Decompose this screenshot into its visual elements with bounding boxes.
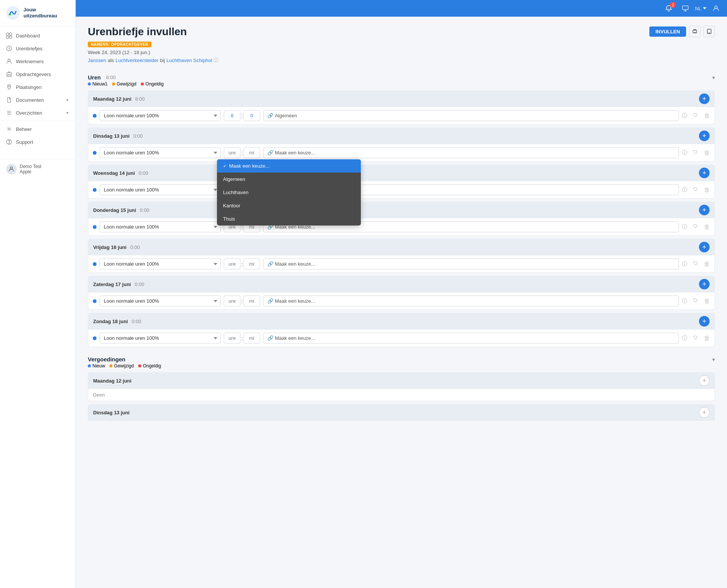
print-button[interactable] [689,26,700,37]
info-button-zondag[interactable]: ⓘ [682,335,687,342]
loon-select-zondag[interactable]: Loon normale uren 100% [100,333,221,344]
dropdown-item-2[interactable]: Luchthaven [217,186,361,199]
info-button-maandag[interactable]: ⓘ [682,112,687,119]
delete-button-maandag[interactable]: 🗑 [704,112,710,119]
location-select-zondag[interactable]: 🔗 Maak een keuze... [263,333,679,344]
day-row-donderdag: Loon normale uren 100% : 🔗 Maak een keuz… [88,218,715,236]
hours-input-maandag[interactable] [224,110,240,121]
help-icon [6,139,12,145]
reset-icon-3 [693,187,698,192]
add-entry-vrijdag[interactable]: + [699,242,710,252]
status-dot-woensdag [93,188,97,192]
employee-link[interactable]: Janssen [88,58,106,63]
sidebar-item-overzichten[interactable]: Overzichten ▼ [0,106,75,119]
reset-button-zondag[interactable] [690,333,701,344]
dropdown-item-4[interactable]: Thuis [217,212,361,226]
loon-select-vrijdag[interactable]: Loon normale uren 100% [100,258,221,269]
loon-select-zaterdag[interactable]: Loon normale uren 100% [100,296,221,306]
hours-input-dinsdag[interactable] [224,147,240,158]
notification-group[interactable]: 2 [665,5,676,12]
info-button-zaterdag[interactable]: ⓘ [682,298,687,305]
info-button-dinsdag[interactable]: ⓘ [682,149,687,156]
svg-point-13 [8,128,10,130]
print-icon [692,29,697,34]
day-hours-woensdag: 0:00 [139,170,148,176]
hours-input-vrijdag[interactable] [224,258,240,269]
location-select-dinsdag[interactable]: 🔗 Maak een keuze... [263,147,679,158]
uren-collapse-icon[interactable]: ▾ [712,75,715,81]
user-section[interactable]: Demo Test Apple [0,159,75,179]
add-entry-dinsdag[interactable]: + [699,131,710,141]
loon-select-maandag[interactable]: Loon normale uren 100% [100,110,221,121]
info-icon[interactable]: ⓘ [214,57,218,64]
mobile-button[interactable] [704,26,715,37]
sidebar-item-beheer[interactable]: Beheer [0,123,75,135]
min-input-dinsdag[interactable] [243,147,260,158]
delete-button-donderdag[interactable]: 🗑 [704,224,710,230]
delete-button-zaterdag[interactable]: 🗑 [704,298,710,305]
reset-button-zaterdag[interactable] [690,296,701,306]
reset-button-maandag[interactable] [690,110,701,121]
min-input-zaterdag[interactable] [243,296,260,306]
sidebar-item-opdrachtgevers[interactable]: Opdrachtgevers [0,68,75,81]
settings-icon [6,126,12,132]
location-select-vrijdag[interactable]: 🔗 Maak een keuze... [263,258,679,269]
sidebar-item-werknemers[interactable]: Werknemers [0,55,75,68]
info-button-woensdag[interactable]: ⓘ [682,187,687,193]
hours-input-zaterdag[interactable] [224,296,240,306]
sidebar-item-documenten[interactable]: Documenten ▼ [0,93,75,106]
sidebar-label-urenbriefjes: Urenbriefjes [16,46,42,51]
day-block-dinsdag: Dinsdag 13 juni 0:00 + Loon normale uren… [88,128,715,162]
min-input-vrijdag[interactable] [243,258,260,269]
hours-input-zondag[interactable] [224,333,240,344]
role-link[interactable]: Luchtverkeersleider [115,58,158,63]
add-entry-zondag[interactable]: + [699,316,710,327]
link-icon-maandag: 🔗 [267,113,273,118]
reset-button-vrijdag[interactable] [690,259,701,269]
delete-button-dinsdag[interactable]: 🗑 [704,149,710,156]
delete-button-woensdag[interactable]: 🗑 [704,187,710,193]
loon-select-donderdag[interactable]: Loon normale uren 100% [100,221,221,232]
dropdown-item-0[interactable]: ✓ Maak een keuze... [217,159,361,173]
add-entry-zaterdag[interactable]: + [699,279,710,289]
info-button-vrijdag[interactable]: ⓘ [682,261,687,268]
employer-link[interactable]: Luchthaven Schiphol [167,58,212,63]
sidebar-label-overzichten: Overzichten [16,110,42,116]
loon-select-dinsdag[interactable]: Loon normale uren 100% [100,147,221,158]
location-select-maandag[interactable]: 🔗 Algemeen [263,110,679,121]
vergoedingen-collapse-icon[interactable]: ▾ [712,356,715,362]
location-select-zaterdag[interactable]: 🔗 Maak een keuze... [263,296,679,306]
status-dot-vrijdag [93,262,97,266]
add-entry-woensdag[interactable]: + [699,168,710,178]
verg-add-maandag[interactable]: + [699,375,710,386]
info-button-donderdag[interactable]: ⓘ [682,224,687,230]
screen-icon[interactable] [682,5,689,12]
min-input-zondag[interactable] [243,333,260,344]
dropdown-item-1[interactable]: Algemeen [217,173,361,186]
add-entry-donderdag[interactable]: + [699,205,710,215]
reset-button-dinsdag[interactable] [690,148,701,158]
reset-button-donderdag[interactable] [690,222,701,232]
min-input-maandag[interactable] [243,110,260,121]
week-info: Week 24, 2023 (12 - 18 jun.) [88,50,218,55]
sidebar-item-dashboard[interactable]: Dashboard [0,29,75,42]
delete-button-zondag[interactable]: 🗑 [704,335,710,342]
day-row-vrijdag: Loon normale uren 100% : 🔗 Maak een keuz… [88,255,715,273]
sidebar-item-urenbriefjes[interactable]: Urenbriefjes [0,42,75,55]
add-entry-maandag[interactable]: + [699,93,710,104]
user-icon[interactable] [713,5,719,12]
invullen-button[interactable]: INVULLEN [649,26,686,37]
day-name-woensdag: Woensdag 14 juni [93,170,135,176]
sidebar-item-support[interactable]: Support [0,135,75,148]
verg-day-maandag: Maandag 12 juni [93,378,131,384]
verg-add-dinsdag[interactable]: + [699,407,710,418]
day-block-zaterdag: Zaterdag 17 juni 0:00 + Loon normale ure… [88,276,715,310]
list-icon [6,110,12,116]
geen-text-maandag: Geen [88,389,715,401]
sidebar-item-plaatsingen[interactable]: Plaatsingen [0,81,75,93]
loon-select-woensdag[interactable]: Loon normale uren 100% [100,184,221,195]
reset-button-woensdag[interactable] [690,185,701,195]
lang-selector[interactable]: NL [695,6,707,11]
dropdown-item-3[interactable]: Kantoor [217,199,361,212]
delete-button-vrijdag[interactable]: 🗑 [704,261,710,268]
